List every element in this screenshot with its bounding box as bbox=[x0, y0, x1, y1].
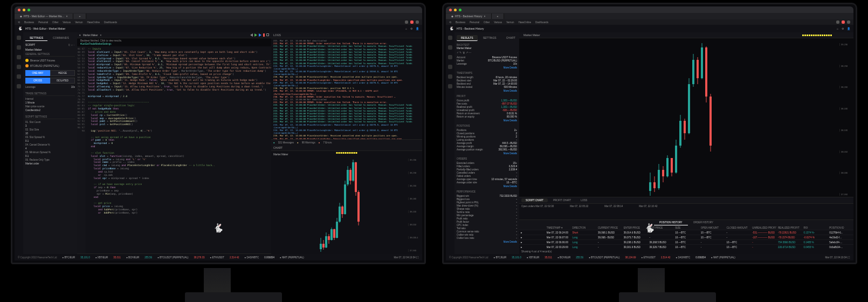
more-details-link[interactable]: More Details bbox=[457, 66, 517, 69]
leverage-field[interactable]: Leverage10x bbox=[25, 85, 75, 89]
user-icon[interactable]: 👤 bbox=[847, 27, 850, 30]
close-icon[interactable]: × bbox=[100, 34, 102, 37]
result-tools[interactable]: ✓ ✎ 🗑 ↗ ⋯ bbox=[457, 51, 517, 54]
bookmark[interactable]: Business bbox=[456, 21, 465, 24]
rail-icon[interactable] bbox=[448, 55, 452, 59]
settings-icon[interactable] bbox=[266, 33, 269, 36]
rail-icon[interactable] bbox=[17, 36, 21, 40]
script-field[interactable]: 10 bbox=[25, 132, 75, 135]
rail-icon[interactable] bbox=[448, 65, 452, 69]
traffic-light-max[interactable] bbox=[459, 9, 461, 11]
more-details-link[interactable]: More Details bbox=[457, 185, 517, 188]
field[interactable]: Main price source bbox=[25, 105, 75, 108]
tab-chart[interactable]: CHART bbox=[502, 35, 519, 41]
menu-icon[interactable] bbox=[416, 20, 419, 24]
margin-segment[interactable]: CROSS ISOLATED bbox=[25, 78, 75, 84]
step-back-icon[interactable] bbox=[250, 33, 253, 37]
traffic-light-min[interactable] bbox=[23, 9, 25, 11]
script-field[interactable]: 0.1 bbox=[25, 139, 75, 143]
code-editor[interactable]: -- Inputs local slotCount = Input('01. S… bbox=[86, 46, 271, 253]
browser-tab-active[interactable]: ◆HTS - Backtest History× bbox=[446, 13, 492, 19]
tab-position-history[interactable]: POSITION HISTORY bbox=[654, 220, 688, 225]
script-field[interactable]: 4 bbox=[25, 147, 75, 150]
bookmark[interactable]: Dashboards bbox=[535, 21, 548, 24]
rail-icon[interactable] bbox=[17, 45, 21, 50]
bookmark[interactable]: Other bbox=[484, 21, 490, 24]
bookmark[interactable]: Various bbox=[63, 21, 71, 24]
rail-icon[interactable] bbox=[448, 84, 452, 88]
user-icon[interactable]: 👤 bbox=[416, 27, 419, 30]
stop-icon[interactable] bbox=[263, 33, 265, 37]
script-field[interactable]: 04. Cancel Distance % bbox=[25, 143, 75, 147]
table-row[interactable]: ▸Mar 07, 22 03:29:00Long-39,301.9 BUSD39… bbox=[519, 244, 853, 249]
menu-icon[interactable] bbox=[847, 20, 850, 24]
tab-results[interactable]: RESULTS bbox=[457, 35, 478, 41]
script-field[interactable]: 02. Slot Size bbox=[25, 128, 75, 132]
bookmark[interactable]: Personal bbox=[470, 21, 479, 24]
script-field[interactable]: 0.1 bbox=[25, 154, 75, 158]
search-icon[interactable]: ⌕ bbox=[837, 27, 838, 30]
rail-icon[interactable] bbox=[448, 36, 452, 40]
bookmark[interactable]: Other bbox=[52, 21, 58, 24]
more-details-link[interactable]: More Details bbox=[457, 152, 517, 155]
bookmark[interactable]: Vernon bbox=[75, 21, 82, 24]
search-icon[interactable]: ⌕ bbox=[405, 27, 407, 30]
script-field[interactable]: Market order bbox=[25, 162, 75, 166]
more-details-link[interactable]: More Details bbox=[457, 119, 517, 122]
market-row[interactable]: BTC/BUSD (PERPETUAL) bbox=[25, 63, 75, 68]
tab-settings[interactable]: SETTINGS bbox=[25, 35, 47, 41]
tab-commands[interactable]: COMMANDS bbox=[49, 35, 73, 41]
ct-script[interactable]: SCRIPT CHART bbox=[521, 198, 548, 202]
bookmark[interactable]: Various bbox=[494, 21, 502, 24]
bookmark[interactable]: Personal bbox=[38, 21, 48, 24]
bookmark[interactable]: Vernon bbox=[506, 21, 514, 24]
tab-order-history[interactable]: ORDER HISTORY bbox=[688, 220, 719, 225]
rail-icon[interactable] bbox=[448, 74, 452, 79]
shield-icon[interactable] bbox=[842, 20, 845, 24]
bookmark[interactable]: HaasOnline bbox=[87, 21, 100, 24]
table-row[interactable]: ▸Mar 07, 22 06:24:00Short39,068.1 BUSD39… bbox=[519, 230, 853, 235]
ext-icon[interactable] bbox=[405, 20, 408, 24]
bookmark[interactable]: HaasOnline bbox=[519, 21, 532, 24]
ct-loss[interactable]: LOSS bbox=[576, 198, 591, 202]
run-icon[interactable] bbox=[259, 33, 261, 37]
browser-tab-new[interactable]: + bbox=[492, 13, 505, 19]
script-field[interactable]: 06. Reduce-Only Type bbox=[25, 158, 75, 162]
field[interactable]: 1 Minute bbox=[25, 101, 75, 105]
hedge-segment[interactable]: ONE-WAY HEDGE bbox=[25, 70, 75, 76]
close-icon[interactable]: × bbox=[66, 15, 67, 18]
rail-icon[interactable] bbox=[17, 84, 21, 88]
script-field[interactable]: 05. Minimum Spread % bbox=[25, 150, 75, 154]
script-field[interactable]: 3 bbox=[25, 124, 75, 128]
shield-icon[interactable] bbox=[410, 20, 414, 24]
gear-icon[interactable]: ⚙ bbox=[410, 27, 412, 30]
rail-icon[interactable] bbox=[17, 65, 21, 69]
script-field[interactable]: 01. Slot Count bbox=[25, 120, 75, 124]
traffic-light-close[interactable] bbox=[449, 9, 452, 11]
tab-settings[interactable]: SETTINGS bbox=[479, 35, 501, 41]
script-field[interactable]: 03. Slot Spread % bbox=[25, 135, 75, 139]
mini-chart[interactable]: Market Maker 39,23638,29838,20038,18038,… bbox=[271, 151, 422, 254]
ext-icon[interactable] bbox=[836, 20, 839, 24]
seg-isolated[interactable]: ISOLATED bbox=[50, 78, 75, 84]
bookmark[interactable]: Business bbox=[24, 21, 34, 24]
close-icon[interactable]: × bbox=[484, 15, 486, 18]
traffic-light-close[interactable] bbox=[18, 9, 20, 11]
field[interactable]: Interval bbox=[25, 97, 75, 101]
table-row[interactable]: ▸Mar 07, 22 06:06:00Long-39,238.1 BUSD39… bbox=[519, 239, 853, 244]
rail-icon[interactable] bbox=[448, 45, 452, 50]
play-icon[interactable] bbox=[254, 33, 257, 37]
seg-cross[interactable]: CROSS bbox=[25, 78, 50, 84]
browser-tab-new[interactable]: + bbox=[73, 13, 86, 19]
ct-profit[interactable]: PROFIT CHART bbox=[549, 198, 575, 202]
rail-icon[interactable] bbox=[17, 55, 21, 59]
main-chart[interactable]: Market Maker 39,23638,29838,20038,18038,… bbox=[519, 32, 853, 203]
field[interactable]: Candlesticks2 bbox=[25, 108, 75, 112]
bookmark[interactable]: Dashboards bbox=[104, 21, 117, 24]
traffic-light-max[interactable] bbox=[27, 9, 30, 11]
more-details-link[interactable]: More Details bbox=[457, 241, 517, 243]
gear-icon[interactable]: ⚙ bbox=[842, 27, 844, 30]
sidebar-tools[interactable]: ⎘ ⟳ ⋯ bbox=[68, 43, 75, 46]
seg-hedge[interactable]: HEDGE bbox=[50, 70, 75, 76]
exchange-row[interactable]: Binance USDT Futures bbox=[25, 58, 75, 63]
